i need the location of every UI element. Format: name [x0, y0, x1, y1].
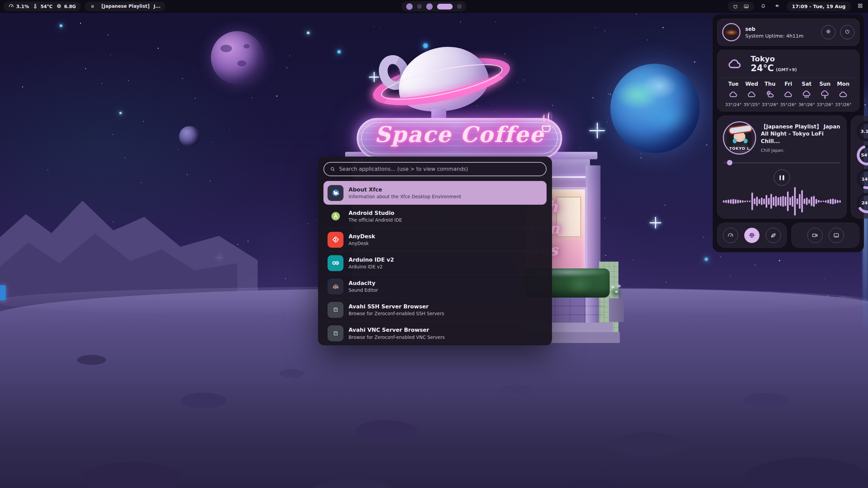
pause-icon — [90, 3, 96, 9]
flower-bush — [608, 281, 625, 300]
system-stats-pill[interactable]: 3.1% 54°C 6.8G — [3, 2, 81, 11]
gear-icon — [825, 28, 831, 36]
chip-gauge: 14% — [855, 167, 868, 190]
workspace-dot-4-active[interactable] — [437, 4, 453, 9]
user-card: seb System Uptime: 4h11m — [717, 19, 860, 46]
arduino-app-icon — [328, 255, 343, 271]
thermometer-icon — [32, 3, 38, 10]
screenshot-button[interactable] — [829, 228, 844, 243]
seek-knob[interactable] — [727, 160, 732, 165]
workspace-switcher[interactable] — [401, 1, 467, 12]
album-art[interactable]: TOKYO L — [723, 121, 756, 155]
weather-city: Tokyo — [751, 55, 797, 63]
clock[interactable]: 17:09 - Tue, 19 Aug — [787, 2, 851, 11]
app-row-arduino-ide-v2[interactable]: Arduino IDE v2Arduino IDE v2 — [323, 251, 547, 275]
sparkle-star — [589, 123, 605, 138]
album-art-label: TOKYO L — [724, 146, 755, 151]
tray-pill[interactable] — [728, 2, 754, 11]
power-profiles-card — [717, 223, 787, 248]
app-row-avahi-vnc-server-browser[interactable]: Avahi VNC Server BrowserBrowse for Zeroc… — [323, 322, 547, 345]
forecast-day: Fri — [785, 81, 792, 87]
forecast-day: Wed — [745, 81, 758, 87]
avahi-app-icon — [328, 302, 343, 318]
seek-bar[interactable] — [724, 160, 840, 165]
forecast-day: Thu — [765, 81, 776, 87]
left-edge-light — [0, 285, 5, 300]
forecast-temps: 33°/24° — [725, 102, 742, 107]
power-profile-scales-button[interactable] — [744, 228, 760, 243]
volume-button[interactable] — [772, 1, 783, 12]
cloud-icon — [747, 89, 757, 100]
audacity-app-icon — [328, 279, 343, 294]
forecast-tue: Tue33°/24° — [724, 81, 743, 107]
search-input[interactable] — [339, 166, 540, 172]
forecast-fri: Fri35°/26° — [779, 81, 797, 107]
workspace-dot-5-empty[interactable] — [457, 4, 462, 9]
sign-cup-icon — [542, 125, 551, 132]
system-gauges: 3.1% 54°C 14% 24% — [851, 116, 868, 219]
workspace-dot-1-occupied[interactable] — [406, 3, 413, 10]
storm-icon — [820, 89, 830, 100]
app-row-avahi-ssh-server-browser[interactable]: Avahi SSH Server BrowserBrowse for Zeroc… — [323, 298, 547, 322]
dashboard-grid-icon[interactable] — [855, 1, 865, 12]
wallpaper-icon[interactable] — [743, 3, 749, 9]
power-profile-leaf-button[interactable] — [766, 228, 781, 243]
track-subtitle: Chill Japan. — [761, 148, 841, 153]
gauge-value: 3.1% — [855, 120, 868, 143]
xfce-app-icon — [328, 185, 343, 201]
app-description: Sound Editor — [349, 287, 378, 293]
app-description: Arduino IDE v2 — [349, 264, 394, 269]
power-profile-gauge-button[interactable] — [723, 228, 738, 243]
play-pause-button[interactable] — [774, 169, 790, 186]
now-playing-pill[interactable]: 【Japanese Playlist】 J... — [85, 2, 165, 11]
app-description: The official Android IDE — [349, 217, 402, 223]
now-playing-label: 【Japanese Playlist】 J... — [99, 3, 160, 9]
cpu-gauge-icon — [8, 3, 14, 10]
notifications-button[interactable] — [758, 1, 768, 12]
gauge-value: 24% — [855, 191, 868, 215]
sparkle-star — [650, 217, 661, 228]
neon-sign-text: Space Coffee — [358, 122, 560, 147]
search-bar[interactable] — [323, 162, 547, 176]
workspace-dot-3-occupied[interactable] — [426, 3, 433, 10]
power-button[interactable] — [840, 25, 854, 39]
forecast-day: Mon — [837, 81, 849, 87]
neon-sign: Space Coffee — [357, 118, 562, 159]
app-list: About XfceInformation about the Xfce Des… — [323, 181, 547, 345]
gauge-value: 54°C — [855, 144, 868, 167]
app-row-about-xfce[interactable]: About XfceInformation about the Xfce Des… — [323, 181, 547, 205]
thermo-gauge: 54°C — [855, 144, 868, 167]
camera-button[interactable] — [807, 228, 823, 243]
app-title: Avahi SSH Server Browser — [349, 303, 444, 310]
temp-stat: 54°C — [32, 3, 52, 10]
avatar[interactable] — [722, 23, 741, 41]
divider — [722, 77, 854, 78]
forecast-temps: 33°/26° — [835, 102, 852, 107]
search-icon — [330, 166, 336, 172]
track-title: 【Japanese Playlist】 Japan All Night - To… — [761, 123, 841, 145]
forecast-temps: 33°/26° — [817, 102, 833, 107]
chip-icon — [56, 3, 62, 10]
sparkle-star — [369, 72, 379, 82]
forecast-sat: Sat36°/26° — [797, 81, 816, 107]
forecast-temps: 35°/25° — [744, 102, 760, 107]
pet-icon[interactable] — [732, 3, 738, 9]
weather-card: Tokyo 24°C(GMT+9) Tue33°/24°Wed35°/25°Th… — [717, 50, 860, 111]
anydesk-app-icon — [328, 232, 343, 248]
app-row-android-studio[interactable]: Android StudioThe official Android IDE — [323, 205, 547, 228]
flower-pot — [609, 298, 624, 322]
capture-card — [791, 223, 860, 248]
uptime-label: System Uptime: 4h11m — [745, 33, 816, 39]
app-description: Browse for Zeroconf-enabled VNC Servers — [349, 334, 445, 340]
gauge-gauge: 3.1% — [855, 120, 868, 143]
app-row-audacity[interactable]: AudacitySound Editor — [323, 275, 547, 298]
workspace-dot-2-empty[interactable] — [417, 4, 422, 9]
purple-planet — [211, 31, 264, 84]
settings-button[interactable] — [821, 25, 835, 39]
forecast-temps: 33°/26° — [762, 102, 778, 107]
app-row-anydesk[interactable]: AnyDeskAnyDesk — [323, 228, 547, 251]
power-icon — [844, 28, 850, 36]
cpu-stat: 3.1% — [8, 3, 29, 10]
android-app-icon — [328, 208, 343, 224]
app-title: Audacity — [349, 280, 378, 287]
